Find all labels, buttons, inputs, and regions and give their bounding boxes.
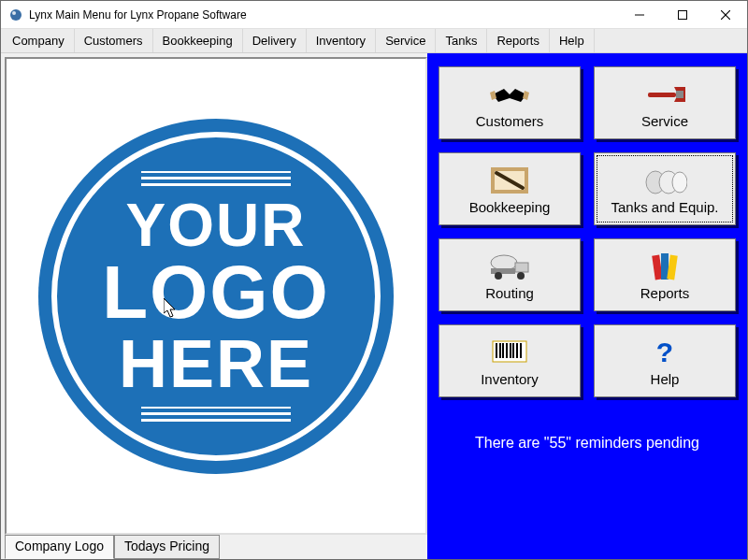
tanks-label: Tanks and Equip. <box>611 199 718 215</box>
reminder-pre: There are " <box>475 435 550 451</box>
svg-rect-16 <box>491 268 515 274</box>
logo-placeholder: YOUR LOGO HERE <box>38 119 394 474</box>
button-grid: Customers Service <box>439 66 736 397</box>
svg-point-18 <box>517 272 525 280</box>
reports-label: Reports <box>640 285 690 301</box>
menu-tanks[interactable]: Tanks <box>436 29 487 52</box>
svg-point-17 <box>495 272 502 280</box>
window-controls <box>618 1 747 28</box>
svg-text:?: ? <box>656 337 673 367</box>
reports-button[interactable]: Reports <box>594 238 736 311</box>
truck-icon <box>487 250 532 283</box>
right-panel: Customers Service <box>427 53 747 559</box>
help-label: Help <box>651 371 680 387</box>
close-button[interactable] <box>704 1 747 28</box>
minimize-button[interactable] <box>618 1 661 28</box>
menu-bookkeeping[interactable]: Bookkeeping <box>153 29 243 52</box>
tab-todays-pricing[interactable]: Todays Pricing <box>114 535 220 559</box>
titlebar: Lynx Main Menu for Lynx Propane Software <box>1 1 747 29</box>
svg-rect-3 <box>679 10 687 19</box>
reminder-count: 55 <box>550 435 567 451</box>
tanks-icon <box>642 164 687 197</box>
customers-button[interactable]: Customers <box>439 66 581 139</box>
svg-point-14 <box>491 255 517 270</box>
ledger-pen-icon <box>487 164 532 197</box>
customers-label: Customers <box>476 113 544 129</box>
menubar: Company Customers Bookkeeping Delivery I… <box>1 29 747 53</box>
help-button[interactable]: ? Help <box>594 324 736 397</box>
tab-company-logo[interactable]: Company Logo <box>5 535 114 559</box>
barcode-icon <box>487 336 532 369</box>
wrench-icon <box>642 78 687 111</box>
books-icon <box>642 250 687 283</box>
inventory-button[interactable]: Inventory <box>439 324 581 397</box>
menu-service[interactable]: Service <box>376 29 436 52</box>
menu-help[interactable]: Help <box>550 29 595 52</box>
logo-frame: YOUR LOGO HERE <box>5 57 427 535</box>
app-window: Lynx Main Menu for Lynx Propane Software… <box>0 0 748 560</box>
routing-button[interactable]: Routing <box>439 238 581 311</box>
bookkeeping-label: Bookkeeping <box>469 199 551 215</box>
svg-point-1 <box>12 11 16 15</box>
maximize-button[interactable] <box>661 1 704 28</box>
bookkeeping-button[interactable]: Bookkeeping <box>439 152 581 225</box>
question-icon: ? <box>642 336 687 369</box>
tanks-button[interactable]: Tanks and Equip. <box>594 152 736 225</box>
bottom-tabs: Company Logo Todays Pricing <box>5 535 427 559</box>
content-area: YOUR LOGO HERE Company Logo Todays Prici… <box>1 53 747 559</box>
menu-reports[interactable]: Reports <box>487 29 550 52</box>
svg-rect-15 <box>515 263 528 272</box>
service-label: Service <box>641 113 688 129</box>
window-title: Lynx Main Menu for Lynx Propane Software <box>29 8 618 22</box>
routing-label: Routing <box>485 285 534 301</box>
inventory-label: Inventory <box>481 371 539 387</box>
service-button[interactable]: Service <box>594 66 736 139</box>
left-panel: YOUR LOGO HERE Company Logo Todays Prici… <box>1 53 427 559</box>
svg-rect-7 <box>676 91 683 98</box>
menu-company[interactable]: Company <box>3 29 75 52</box>
menu-inventory[interactable]: Inventory <box>307 29 376 52</box>
svg-rect-6 <box>648 93 676 97</box>
handshake-icon <box>487 78 532 111</box>
menu-delivery[interactable]: Delivery <box>243 29 307 52</box>
reminder-message: There are "55" reminders pending <box>439 435 736 452</box>
app-icon <box>8 7 23 22</box>
reminder-post: " reminders pending <box>566 435 699 451</box>
menu-customers[interactable]: Customers <box>75 29 153 52</box>
svg-point-0 <box>10 9 22 21</box>
svg-point-13 <box>672 172 687 193</box>
